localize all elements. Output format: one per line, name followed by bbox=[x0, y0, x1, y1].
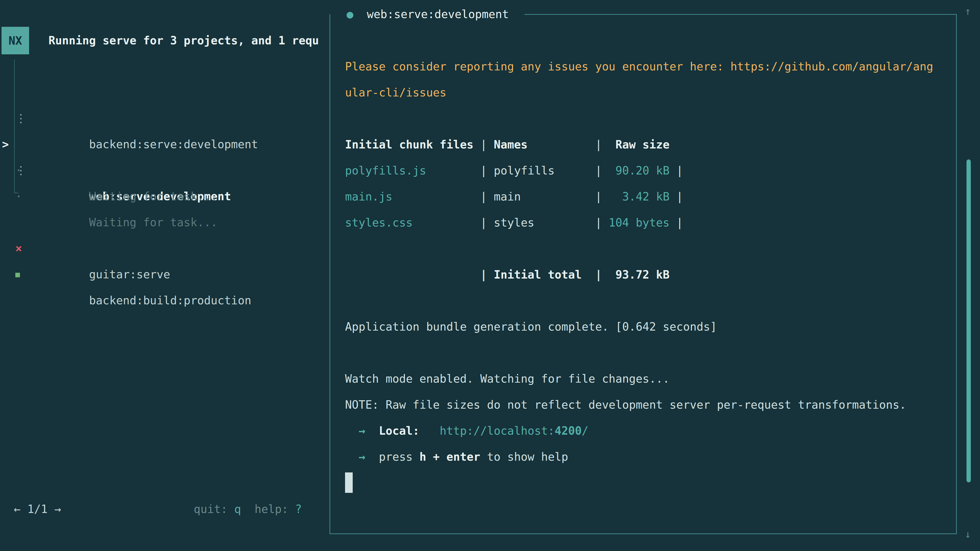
chunk-file: styles.css bbox=[345, 210, 480, 236]
sidebar-title: Running serve for 3 projects, and 1 requ bbox=[48, 27, 328, 54]
panel-title-row: ●web:serve:development bbox=[347, 1, 509, 27]
blank-line bbox=[345, 236, 947, 262]
task-item-web-serve[interactable]: > ⋮ web:serve:development bbox=[0, 105, 329, 131]
chunk-size: 90.20 kB bbox=[602, 158, 670, 184]
task-item-backend-serve[interactable]: ⋮ backend:serve:development bbox=[0, 79, 329, 105]
chunk-file: polyfills.js bbox=[345, 158, 480, 184]
help-hint-line: →pressh + enterto show help bbox=[345, 444, 947, 470]
running-task-list: ⋮ backend:serve:development > ⋮ web:serv… bbox=[0, 79, 329, 183]
press-label: press bbox=[379, 450, 412, 463]
task-item-waiting-1[interactable]: · Waiting for task... bbox=[0, 131, 329, 157]
help-rest: to show help bbox=[487, 450, 568, 463]
pipe: | bbox=[589, 184, 602, 210]
chunk-table-total-row: |Initial total|93.72 kB bbox=[345, 262, 947, 288]
help-hint-label: help: bbox=[255, 503, 288, 516]
task-item-backend-build[interactable]: ■ backend:build:production bbox=[0, 235, 329, 262]
pipe: | bbox=[670, 184, 683, 210]
task-label: guitar:serve bbox=[89, 268, 170, 281]
cursor-line bbox=[345, 470, 947, 496]
chunk-table-row: polyfills.js|polyfills|90.20 kB| bbox=[345, 158, 947, 184]
pipe: | bbox=[589, 210, 602, 236]
pager-next-icon[interactable]: → bbox=[54, 503, 61, 516]
blank-line bbox=[345, 340, 947, 366]
terminal-cursor bbox=[345, 472, 353, 493]
success-square-icon: ■ bbox=[15, 262, 20, 287]
local-url[interactable]: http://localhost:4200/ bbox=[440, 424, 589, 437]
local-label: Local: bbox=[379, 424, 419, 437]
scrollbar-thumb[interactable] bbox=[966, 159, 971, 483]
watch-mode-message: Watch mode enabled. Watching for file ch… bbox=[345, 366, 947, 392]
pipe: | bbox=[480, 158, 494, 184]
scroll-down-icon[interactable]: ↓ bbox=[965, 521, 971, 547]
scroll-up-icon[interactable]: ↑ bbox=[965, 0, 971, 24]
chunk-name: polyfills bbox=[494, 158, 589, 184]
help-key: ? bbox=[295, 503, 302, 516]
quit-hint-label: quit: bbox=[194, 503, 228, 516]
chunk-name: styles bbox=[494, 210, 589, 236]
help-keys: h + enter bbox=[419, 450, 480, 463]
chunk-size: 104 bytes bbox=[602, 210, 670, 236]
panel-top-border bbox=[525, 14, 957, 15]
task-list-sidebar: NX Running serve for 3 projects, and 1 r… bbox=[0, 0, 329, 551]
task-label: Waiting for task... bbox=[89, 190, 218, 203]
url-suffix: / bbox=[582, 424, 589, 437]
pager: ← 1/1 → bbox=[14, 496, 61, 522]
nx-logo: NX bbox=[2, 27, 29, 54]
panel-title: web:serve:development bbox=[367, 8, 509, 21]
task-item-guitar-serve[interactable]: × guitar:serve bbox=[0, 210, 329, 235]
footer-hints: quit: q help: ? bbox=[194, 496, 302, 522]
pager-prev-icon[interactable]: ← bbox=[14, 503, 21, 516]
bundle-complete-message: Application bundle generation complete. … bbox=[345, 314, 947, 340]
pipe: | bbox=[480, 262, 494, 288]
url-port: 4200 bbox=[555, 424, 582, 437]
chunk-size: 3.42 kB bbox=[602, 184, 670, 210]
running-bullet-icon: ● bbox=[347, 8, 353, 21]
chunk-name: main bbox=[494, 184, 589, 210]
waiting-dot-icon: · bbox=[15, 183, 22, 210]
url-prefix: http://localhost: bbox=[440, 424, 555, 437]
total-size: 93.72 kB bbox=[602, 262, 670, 288]
arrow-icon: → bbox=[359, 450, 366, 463]
quit-key: q bbox=[234, 503, 241, 516]
pipe: | bbox=[670, 210, 683, 236]
chunk-table-row: styles.css|styles|104 bytes| bbox=[345, 210, 947, 236]
chunk-table-row: main.js|main|3.42 kB| bbox=[345, 184, 947, 210]
pipe: | bbox=[670, 158, 683, 184]
chunk-file: main.js bbox=[345, 184, 480, 210]
pager-page-indicator: 1/1 bbox=[27, 503, 48, 516]
pipe: | bbox=[480, 210, 494, 236]
chunk-table-header: Initial chunk files|Names|Raw size bbox=[345, 132, 947, 158]
issue-notice-line-2: ular-cli/issues bbox=[345, 79, 947, 106]
task-item-waiting-2[interactable]: · Waiting for task... bbox=[0, 157, 329, 183]
task-label: backend:build:production bbox=[89, 294, 251, 307]
local-url-line: →Local:http://localhost:4200/ bbox=[345, 418, 947, 444]
pipe: | bbox=[480, 132, 494, 158]
pipe: | bbox=[480, 184, 494, 210]
finished-task-list: × guitar:serve ■ backend:build:productio… bbox=[0, 210, 329, 262]
pipe: | bbox=[589, 132, 602, 158]
header-files: Initial chunk files bbox=[345, 132, 480, 158]
total-label: Initial total bbox=[494, 262, 589, 288]
blank-line bbox=[345, 106, 947, 132]
pipe: | bbox=[589, 262, 602, 288]
header-raw-size: Raw size bbox=[602, 132, 670, 158]
note-message: NOTE: Raw file sizes do not reflect deve… bbox=[345, 392, 947, 418]
panel-output: Please consider reporting any issues you… bbox=[345, 54, 947, 496]
arrow-icon: → bbox=[359, 424, 366, 437]
blank-line bbox=[345, 288, 947, 314]
header-names: Names bbox=[494, 132, 589, 158]
pipe: | bbox=[589, 158, 602, 184]
issue-notice-line-1: Please consider reporting any issues you… bbox=[345, 54, 947, 79]
